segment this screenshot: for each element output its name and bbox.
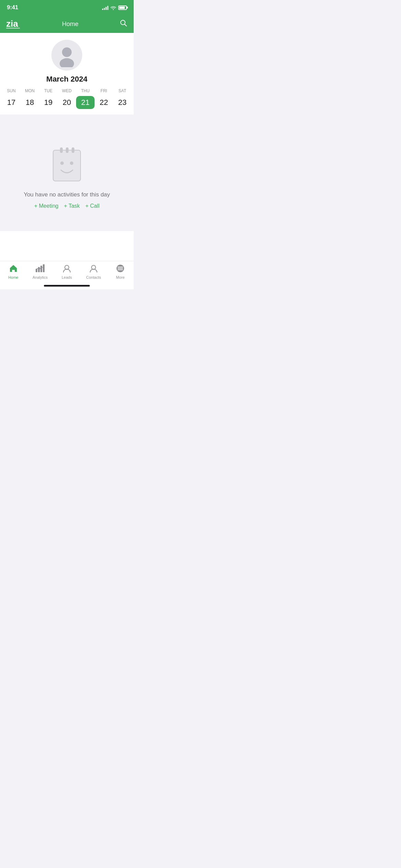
calendar-day-20[interactable]: 20 (58, 96, 76, 109)
status-icons (102, 5, 127, 10)
tab-more-label: More (116, 275, 124, 279)
empty-illustration (48, 143, 86, 184)
svg-point-9 (60, 161, 64, 165)
calendar-day-18[interactable]: 18 (21, 96, 39, 109)
leads-icon (62, 264, 71, 274)
tab-contacts[interactable]: Contacts (80, 264, 107, 279)
more-icon (116, 264, 125, 274)
home-indicator (44, 285, 90, 287)
empty-state-section: You have no activities for this day + Me… (0, 114, 134, 231)
calendar-month: March 2024 (0, 75, 134, 84)
calendar-day-17[interactable]: 17 (2, 96, 21, 109)
calendar-day-22[interactable]: 22 (95, 96, 113, 109)
main-content: March 2024 SUN MON TUE WED THU FRI SAT 1… (0, 33, 134, 261)
weekday-sun: SUN (2, 87, 21, 95)
tab-home[interactable]: Home (0, 264, 27, 279)
analytics-icon (35, 264, 45, 274)
weekday-thu: THU (76, 87, 95, 95)
tab-analytics-label: Analytics (33, 275, 48, 279)
calendar-dates: 17 18 19 20 21 22 23 (0, 95, 134, 109)
avatar[interactable] (51, 40, 82, 71)
add-task-button[interactable]: + Task (64, 203, 80, 209)
signal-icon (102, 5, 108, 10)
tab-more[interactable]: More (107, 264, 134, 279)
add-meeting-button[interactable]: + Meeting (34, 203, 59, 209)
nav-bar: zia Home (0, 15, 134, 33)
weekday-fri: FRI (95, 87, 113, 95)
search-button[interactable] (119, 19, 127, 29)
app-logo: zia (6, 18, 21, 30)
empty-state-message: You have no activities for this day (24, 191, 110, 198)
wifi-icon (110, 5, 116, 10)
weekday-wed: WED (58, 87, 76, 95)
home-icon (9, 264, 18, 274)
weekday-sat: SAT (113, 87, 132, 95)
tab-analytics[interactable]: Analytics (27, 264, 53, 279)
svg-rect-6 (60, 147, 63, 153)
calendar-day-23[interactable]: 23 (113, 96, 132, 109)
nav-title: Home (62, 21, 78, 28)
calendar-day-21[interactable]: 21 (76, 96, 95, 109)
tab-home-label: Home (8, 275, 18, 279)
svg-rect-14 (43, 264, 45, 272)
svg-rect-7 (66, 147, 69, 153)
calendar-section: March 2024 SUN MON TUE WED THU FRI SAT 1… (0, 71, 134, 114)
contacts-icon (89, 264, 98, 274)
add-call-button[interactable]: + Call (85, 203, 99, 209)
svg-point-10 (70, 161, 73, 165)
tab-contacts-label: Contacts (86, 275, 101, 279)
svg-rect-5 (53, 150, 81, 181)
calendar-day-19[interactable]: 19 (39, 96, 58, 109)
svg-text:zia: zia (6, 19, 18, 29)
svg-point-3 (62, 47, 72, 57)
battery-icon (118, 5, 127, 10)
empty-state-actions: + Meeting + Task + Call (34, 203, 99, 209)
weekday-mon: MON (21, 87, 39, 95)
avatar-section (0, 33, 134, 71)
calendar-weekdays: SUN MON TUE WED THU FRI SAT (0, 87, 134, 95)
tab-leads-label: Leads (62, 275, 72, 279)
weekday-tue: TUE (39, 87, 58, 95)
svg-rect-8 (72, 147, 74, 153)
svg-point-4 (60, 58, 74, 67)
tab-leads[interactable]: Leads (53, 264, 80, 279)
status-bar: 9:41 (0, 0, 134, 15)
status-time: 9:41 (7, 4, 18, 11)
